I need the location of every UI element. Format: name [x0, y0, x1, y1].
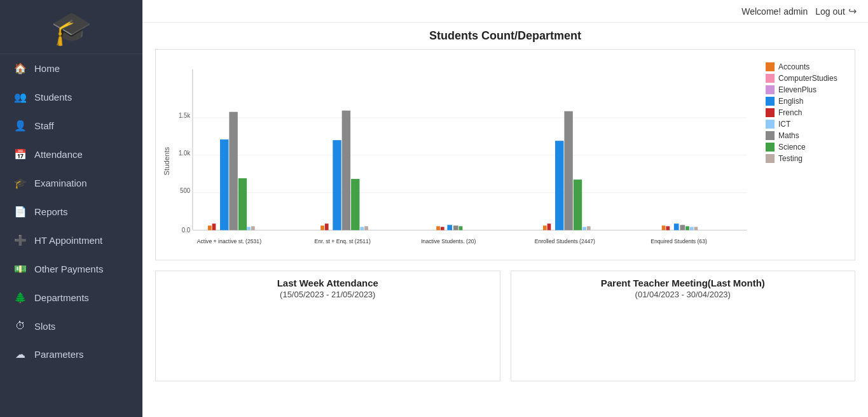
svg-rect-16	[247, 227, 251, 230]
legend-label-Maths: Maths	[778, 131, 799, 140]
svg-rect-11	[220, 139, 228, 230]
svg-rect-22	[320, 225, 324, 230]
svg-rect-21	[351, 179, 359, 230]
sidebar-label-students: Students	[34, 92, 72, 102]
sidebar-label-reports: Reports	[34, 206, 68, 217]
svg-text:Enquired Students (63): Enquired Students (63)	[651, 238, 707, 244]
sidebar-label-slots: Slots	[34, 321, 55, 332]
legend-item-ict: ICT	[766, 120, 848, 129]
legend-color-Science	[766, 143, 775, 152]
svg-rect-28	[453, 225, 458, 230]
svg-text:0.0: 0.0	[182, 226, 191, 233]
svg-rect-25	[364, 226, 368, 230]
svg-rect-14	[208, 225, 212, 230]
sidebar-label-home: Home	[34, 63, 60, 74]
legend-label-ComputerStudies: ComputerStudies	[778, 74, 837, 83]
welcome-text: Welcome! admin	[741, 6, 808, 17]
legend-item-testing: Testing	[766, 154, 848, 163]
chart-title: Students Count/Department	[155, 29, 855, 43]
svg-rect-12	[229, 112, 237, 230]
attendance-title: Last Week Attendance	[156, 271, 500, 290]
legend-item-elevenplus: ElevenPlus	[766, 85, 848, 94]
sidebar-item-departments[interactable]: 🌲 Departments	[0, 283, 142, 312]
bar-chart-area: Students 0.0 500 1.0k 1.5k	[162, 56, 759, 260]
svg-rect-36	[543, 225, 547, 230]
svg-rect-45	[685, 226, 689, 230]
sidebar-item-attendance[interactable]: 📅 Attendance	[0, 140, 142, 169]
logo-icon: 🎓	[51, 11, 92, 45]
legend-color-Accounts	[766, 62, 775, 71]
slots-icon: ⏱	[14, 320, 27, 332]
svg-rect-42	[680, 225, 685, 230]
svg-text:Inactive Students. (20): Inactive Students. (20)	[421, 238, 476, 244]
sidebar-item-home[interactable]: 🏠 Home	[0, 54, 142, 83]
svg-text:Active + inactive st. (2531): Active + inactive st. (2531)	[197, 238, 261, 244]
svg-text:500: 500	[180, 187, 190, 194]
logout-btn[interactable]: Log out ↪	[815, 5, 857, 17]
svg-text:Enrolled Students (2447): Enrolled Students (2447)	[535, 238, 595, 244]
sidebar-logo: 🎓	[0, 0, 142, 54]
svg-text:1.0k: 1.0k	[179, 150, 190, 157]
legend-item-computerstudies: ComputerStudies	[766, 74, 848, 83]
reports-icon: 📄	[14, 206, 27, 218]
svg-rect-23	[325, 223, 329, 230]
sidebar-label-parameters: Parameters	[34, 349, 84, 360]
legend-label-Accounts: Accounts	[778, 62, 809, 71]
legend-label-Testing: Testing	[778, 154, 803, 163]
sidebar-item-slots[interactable]: ⏱ Slots	[0, 312, 142, 340]
legend-label-ElevenPlus: ElevenPlus	[778, 85, 816, 94]
legend-color-ICT	[766, 120, 775, 129]
legend-color-ComputerStudies	[766, 74, 775, 83]
svg-rect-41	[674, 223, 679, 230]
parameters-icon: ☁	[14, 348, 27, 360]
svg-text:1.5k: 1.5k	[179, 112, 190, 119]
svg-rect-24	[360, 227, 364, 230]
svg-rect-20	[342, 111, 350, 230]
svg-rect-30	[441, 227, 444, 230]
svg-rect-38	[582, 227, 586, 230]
sidebar-item-parameters[interactable]: ☁ Parameters	[0, 340, 142, 369]
sidebar-item-reports[interactable]: 📄 Reports	[0, 197, 142, 226]
sidebar-item-other-payments[interactable]: 💵 Other Payments	[0, 255, 142, 283]
legend-color-ElevenPlus	[766, 85, 775, 94]
departments-icon: 🌲	[14, 292, 27, 304]
other-payments-icon: 💵	[14, 263, 27, 275]
svg-rect-17	[251, 226, 255, 230]
svg-rect-43	[662, 225, 666, 230]
svg-rect-31	[459, 226, 463, 230]
legend-item-french: French	[766, 108, 848, 117]
legend-item-english: English	[766, 97, 848, 106]
svg-rect-44	[666, 226, 670, 230]
svg-rect-15	[212, 223, 216, 230]
svg-text:Students: Students	[163, 146, 171, 175]
sidebar-item-ht-appointment[interactable]: ➕ HT Appointment	[0, 226, 142, 255]
legend-label-ICT: ICT	[778, 120, 790, 129]
legend-item-maths: Maths	[766, 131, 848, 140]
legend-label-French: French	[778, 108, 802, 117]
topbar: Welcome! admin Log out ↪	[142, 0, 868, 23]
svg-rect-37	[548, 223, 551, 230]
sidebar-item-staff[interactable]: 👤 Staff	[0, 111, 142, 140]
examination-icon: 🎓	[14, 177, 27, 189]
sidebar-item-examination[interactable]: 🎓 Examination	[0, 169, 142, 197]
ptm-body	[511, 304, 855, 381]
svg-rect-47	[694, 227, 698, 230]
ht-appointment-icon: ➕	[14, 234, 27, 246]
attendance-panel: Last Week Attendance (15/05/2023 - 21/05…	[155, 271, 500, 381]
svg-rect-19	[333, 140, 341, 230]
svg-rect-29	[436, 226, 440, 230]
home-icon: 🏠	[14, 62, 27, 74]
ptm-title: Parent Teacher Meeting(Last Month)	[511, 271, 855, 290]
svg-rect-27	[447, 225, 452, 230]
attendance-body	[156, 304, 500, 381]
sidebar-item-students[interactable]: 👥 Students	[0, 83, 142, 111]
sidebar-label-departments: Departments	[34, 292, 89, 303]
svg-rect-46	[690, 227, 694, 230]
svg-rect-33	[555, 141, 563, 230]
legend-label-Science: Science	[778, 143, 806, 152]
svg-text:Enr. st + Enq. st (2511): Enr. st + Enq. st (2511)	[314, 238, 370, 244]
ptm-panel: Parent Teacher Meeting(Last Month) (01/0…	[511, 271, 856, 381]
logout-icon: ↪	[848, 5, 857, 17]
sidebar-label-attendance: Attendance	[34, 149, 83, 160]
svg-rect-13	[238, 178, 247, 230]
